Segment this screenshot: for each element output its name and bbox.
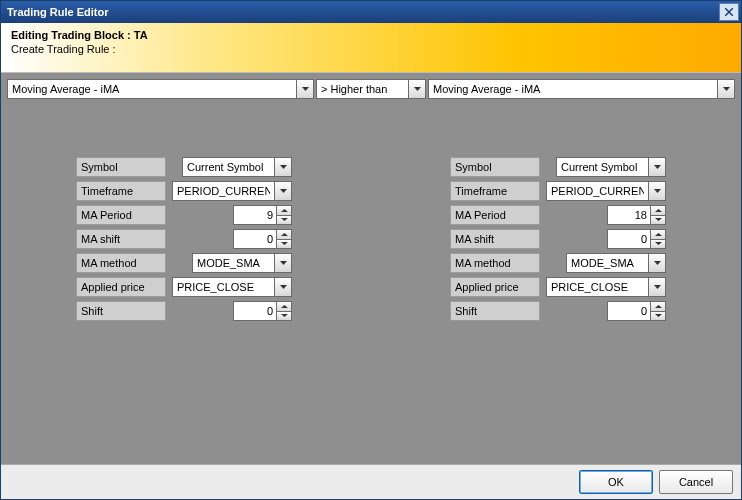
- label-ma-shift: MA shift: [76, 229, 166, 249]
- label-ma-period: MA Period: [450, 205, 540, 225]
- label-ma-shift: MA shift: [450, 229, 540, 249]
- ok-label: OK: [608, 476, 624, 488]
- left-symbol-combo[interactable]: [182, 157, 292, 177]
- right-symbol-input[interactable]: [557, 158, 648, 176]
- close-button[interactable]: [719, 3, 739, 21]
- left-ma-method-input[interactable]: [193, 254, 274, 272]
- operator-combo[interactable]: [316, 79, 426, 99]
- right-params: Symbol Timeframe MA Period MA shift MA m…: [381, 105, 735, 464]
- rule-row: [1, 73, 741, 101]
- spinner[interactable]: [650, 302, 665, 320]
- right-ma-shift-input[interactable]: [608, 230, 650, 248]
- dropdown-button[interactable]: [274, 158, 291, 176]
- right-ma-period-stepper[interactable]: [607, 205, 666, 225]
- left-params: Symbol Timeframe MA Period MA shift MA m…: [7, 105, 361, 464]
- right-ma-shift-stepper[interactable]: [607, 229, 666, 249]
- window: Trading Rule Editor Editing Trading Bloc…: [0, 0, 742, 500]
- right-symbol-combo[interactable]: [556, 157, 666, 177]
- right-ma-method-combo[interactable]: [566, 253, 666, 273]
- left-indicator-input[interactable]: [8, 80, 296, 98]
- right-timeframe-combo[interactable]: [546, 181, 666, 201]
- left-indicator-combo[interactable]: [7, 79, 314, 99]
- spinner[interactable]: [276, 206, 291, 224]
- spinner[interactable]: [650, 206, 665, 224]
- label-shift: Shift: [450, 301, 540, 321]
- ok-button[interactable]: OK: [579, 470, 653, 494]
- dropdown-button[interactable]: [648, 182, 665, 200]
- label-timeframe: Timeframe: [450, 181, 540, 201]
- spinner[interactable]: [650, 230, 665, 248]
- left-ma-shift-stepper[interactable]: [233, 229, 292, 249]
- dropdown-button[interactable]: [648, 254, 665, 272]
- label-applied-price: Applied price: [450, 277, 540, 297]
- right-applied-price-combo[interactable]: [546, 277, 666, 297]
- left-ma-method-combo[interactable]: [192, 253, 292, 273]
- banner-sub: Create Trading Rule :: [11, 43, 731, 55]
- dropdown-button[interactable]: [296, 80, 313, 98]
- label-symbol: Symbol: [450, 157, 540, 177]
- dropdown-button[interactable]: [408, 80, 425, 98]
- left-ma-shift-input[interactable]: [234, 230, 276, 248]
- right-indicator-input[interactable]: [429, 80, 717, 98]
- dropdown-button[interactable]: [274, 182, 291, 200]
- spinner[interactable]: [276, 302, 291, 320]
- cancel-button[interactable]: Cancel: [659, 470, 733, 494]
- right-shift-input[interactable]: [608, 302, 650, 320]
- label-shift: Shift: [76, 301, 166, 321]
- label-ma-period: MA Period: [76, 205, 166, 225]
- footer: OK Cancel: [1, 464, 741, 499]
- spinner[interactable]: [276, 230, 291, 248]
- left-shift-stepper[interactable]: [233, 301, 292, 321]
- dropdown-button[interactable]: [274, 254, 291, 272]
- close-icon: [725, 6, 733, 18]
- label-symbol: Symbol: [76, 157, 166, 177]
- titlebar: Trading Rule Editor: [1, 1, 741, 23]
- operator-input[interactable]: [317, 80, 408, 98]
- left-symbol-input[interactable]: [183, 158, 274, 176]
- left-timeframe-combo[interactable]: [172, 181, 292, 201]
- left-applied-price-input[interactable]: [173, 278, 274, 296]
- window-title: Trading Rule Editor: [7, 6, 108, 18]
- parameters-panel: Symbol Timeframe MA Period MA shift MA m…: [1, 101, 741, 464]
- right-ma-period-input[interactable]: [608, 206, 650, 224]
- banner: Editing Trading Block : TA Create Tradin…: [1, 23, 741, 73]
- banner-heading: Editing Trading Block : TA: [11, 29, 731, 41]
- cancel-label: Cancel: [679, 476, 713, 488]
- right-timeframe-input[interactable]: [547, 182, 648, 200]
- dropdown-button[interactable]: [648, 278, 665, 296]
- left-ma-period-stepper[interactable]: [233, 205, 292, 225]
- dropdown-button[interactable]: [648, 158, 665, 176]
- label-applied-price: Applied price: [76, 277, 166, 297]
- right-indicator-combo[interactable]: [428, 79, 735, 99]
- dropdown-button[interactable]: [717, 80, 734, 98]
- right-ma-method-input[interactable]: [567, 254, 648, 272]
- right-shift-stepper[interactable]: [607, 301, 666, 321]
- label-ma-method: MA method: [450, 253, 540, 273]
- left-ma-period-input[interactable]: [234, 206, 276, 224]
- left-applied-price-combo[interactable]: [172, 277, 292, 297]
- label-ma-method: MA method: [76, 253, 166, 273]
- label-timeframe: Timeframe: [76, 181, 166, 201]
- right-applied-price-input[interactable]: [547, 278, 648, 296]
- left-timeframe-input[interactable]: [173, 182, 274, 200]
- dropdown-button[interactable]: [274, 278, 291, 296]
- left-shift-input[interactable]: [234, 302, 276, 320]
